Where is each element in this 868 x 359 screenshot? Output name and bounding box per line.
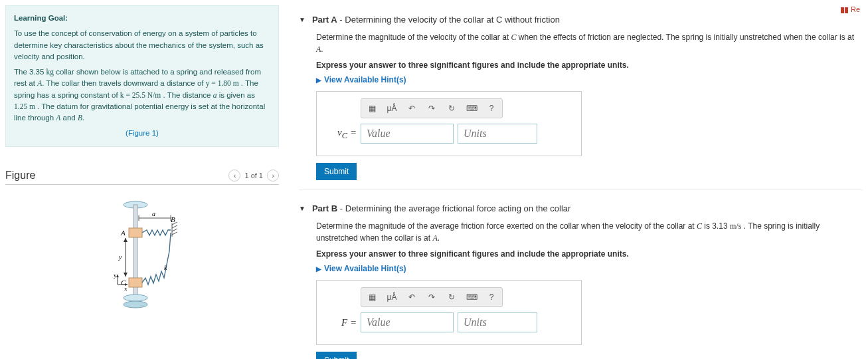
part-a-hints-link[interactable]: ▶View Available Hint(s) — [316, 75, 863, 84]
svg-line-12 — [172, 232, 177, 235]
keyboard-icon[interactable]: ⌨ — [462, 289, 481, 305]
figure-heading: Figure — [5, 170, 35, 181]
svg-text:y: y — [118, 253, 122, 261]
part-b-instruction: Express your answer to three significant… — [316, 248, 863, 260]
triangle-right-icon: ▶ — [316, 76, 321, 84]
part-b-submit-button[interactable]: Submit — [316, 352, 357, 359]
caret-down-icon: ▼ — [299, 16, 305, 23]
bar-icon — [841, 7, 844, 13]
svg-point-2 — [124, 295, 147, 301]
part-a-answer-box: ▦ μÅ ↶ ↷ ↻ ⌨ ? vC = — [316, 91, 582, 156]
figure-pager-label: 1 of 1 — [244, 172, 263, 180]
svg-marker-20 — [124, 238, 128, 242]
part-b-eq-label: F = — [325, 317, 357, 328]
learning-goal-title: Learning Goal: — [14, 13, 270, 24]
part-b-title: Part B - Determining the average frictio… — [312, 203, 570, 213]
part-b-value-input[interactable] — [361, 312, 454, 332]
symbols-button[interactable]: μÅ — [383, 100, 401, 116]
redo-icon[interactable]: ↷ — [422, 289, 441, 305]
part-b-toolbar: ▦ μÅ ↶ ↷ ↻ ⌨ ? — [361, 287, 503, 307]
keyboard-icon[interactable]: ⌨ — [462, 100, 481, 116]
part-b-units-input[interactable] — [458, 312, 537, 332]
symbols-button[interactable]: μÅ — [383, 289, 401, 305]
undo-icon[interactable]: ↶ — [402, 289, 421, 305]
part-a-submit-button[interactable]: Submit — [316, 163, 357, 180]
prev-figure-button[interactable]: ‹ — [228, 170, 240, 181]
svg-rect-4 — [129, 228, 142, 237]
figure-diagram: A C B a k — [5, 185, 279, 333]
figure-link[interactable]: (Figure 1) — [14, 128, 270, 139]
svg-rect-6 — [129, 278, 142, 287]
redo-icon[interactable]: ↷ — [422, 100, 441, 116]
part-a-units-input[interactable] — [458, 124, 537, 144]
part-b-desc: Determine the magnitude of the average f… — [316, 220, 863, 244]
caret-down-icon: ▼ — [299, 205, 305, 212]
help-icon[interactable]: ? — [482, 100, 501, 116]
part-a-instruction: Express your answer to three significant… — [316, 59, 863, 71]
template-icon[interactable]: ▦ — [363, 289, 381, 305]
svg-marker-24 — [116, 275, 119, 277]
part-b-header[interactable]: ▼ Part B - Determining the average frict… — [299, 203, 863, 213]
problem-statement: The 3.35 kg collar shown below is attach… — [14, 66, 270, 124]
help-icon[interactable]: ? — [482, 289, 501, 305]
svg-text:x: x — [124, 285, 128, 292]
svg-line-10 — [172, 225, 177, 228]
part-a-desc: Determine the magnitude of the velocity … — [316, 31, 863, 55]
bar-icon — [845, 7, 848, 13]
svg-text:k: k — [164, 264, 167, 271]
triangle-right-icon: ▶ — [316, 265, 321, 273]
svg-point-3 — [124, 301, 147, 308]
part-a-header[interactable]: ▼ Part A - Determining the velocity of t… — [299, 15, 863, 25]
part-a-toolbar: ▦ μÅ ↶ ↷ ↻ ⌨ ? — [361, 98, 503, 118]
template-icon[interactable]: ▦ — [363, 100, 381, 116]
learning-goal-panel: Learning Goal: To use the concept of con… — [5, 5, 279, 147]
next-figure-button[interactable]: › — [267, 170, 279, 181]
figure-pager: ‹ 1 of 1 › — [228, 170, 279, 181]
learning-goal-text: To use the concept of conservation of en… — [14, 28, 270, 62]
reset-icon[interactable]: ↻ — [442, 100, 461, 116]
part-a-title: Part A - Determining the velocity of the… — [312, 15, 560, 25]
part-a-value-input[interactable] — [361, 124, 454, 144]
part-b-hints-link[interactable]: ▶View Available Hint(s) — [316, 264, 863, 273]
svg-text:a: a — [152, 210, 155, 217]
svg-line-11 — [172, 229, 177, 231]
svg-text:A: A — [120, 229, 126, 237]
part-a-eq-label: vC = — [325, 127, 357, 141]
svg-marker-21 — [124, 273, 128, 277]
svg-text:y: y — [114, 272, 117, 279]
undo-icon[interactable]: ↶ — [402, 100, 421, 116]
svg-text:B: B — [171, 215, 175, 223]
top-right-link[interactable]: Re — [299, 5, 863, 15]
part-b-answer-box: ▦ μÅ ↶ ↷ ↻ ⌨ ? F = — [316, 280, 582, 345]
reset-icon[interactable]: ↻ — [442, 289, 461, 305]
